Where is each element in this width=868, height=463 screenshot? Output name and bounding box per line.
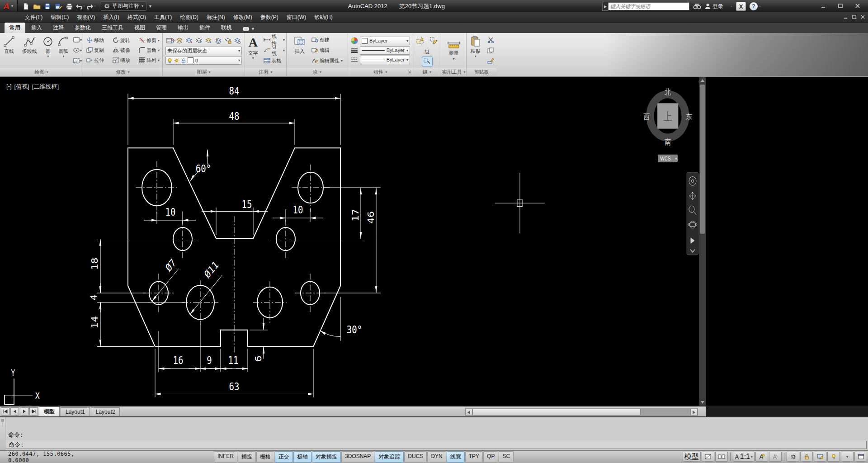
ribbon-tab-online[interactable]: 联机 xyxy=(216,23,237,33)
annotation-visibility-button[interactable] xyxy=(755,452,768,462)
panel-utilities-label[interactable]: 实用工具▾ xyxy=(441,68,466,76)
ribbon-tab-output[interactable]: 输出 xyxy=(173,23,193,33)
menu-format[interactable]: 格式(O) xyxy=(123,12,150,23)
toggle-snap[interactable]: 捕捉 xyxy=(238,451,256,463)
array-button[interactable]: 阵列▾ xyxy=(137,55,166,65)
drawing-canvas[interactable]: [-] [俯视] [二维线框] xyxy=(0,77,868,406)
close-button[interactable] xyxy=(851,1,864,10)
toggle-ortho[interactable]: 正交 xyxy=(275,451,293,463)
scroll-right-arrow[interactable] xyxy=(690,409,698,416)
viewcube-south-label[interactable]: 南 xyxy=(665,138,671,147)
menu-parametric[interactable]: 参数(P) xyxy=(256,12,283,23)
ribbon-tab-parametric[interactable]: 参数化 xyxy=(70,23,96,33)
layer-properties-button[interactable] xyxy=(165,36,174,46)
performance-tuner-button[interactable] xyxy=(827,452,840,462)
toolbar-lock-button[interactable] xyxy=(800,452,813,462)
scale-button[interactable]: 缩放 xyxy=(111,55,137,65)
doc-restore-button[interactable] xyxy=(852,13,857,21)
search-history-button[interactable]: ▶ xyxy=(602,2,608,11)
tab-layout2[interactable]: Layout2 xyxy=(91,407,120,416)
menu-insert[interactable]: 插入(I) xyxy=(99,12,123,23)
prev-tab-button[interactable] xyxy=(10,407,19,416)
layer-isolate-button[interactable] xyxy=(185,36,193,46)
trim-button[interactable]: 修剪▾ xyxy=(137,35,166,45)
quick-view-drawings-button[interactable] xyxy=(715,452,728,462)
viewcube-west-label[interactable]: 西 xyxy=(643,112,650,121)
measure-label[interactable]: 测量 xyxy=(449,50,459,57)
model-space-button[interactable]: 模型 xyxy=(683,452,701,462)
ribbon-minimize-button[interactable]: ▼ xyxy=(242,27,255,33)
rotate-button[interactable]: 旋转 xyxy=(111,35,137,45)
toggle-polar[interactable]: 极轴 xyxy=(293,451,311,463)
doc-minimize-button[interactable] xyxy=(843,13,848,21)
fillet-button[interactable]: 圆角▾ xyxy=(137,45,166,55)
maximize-button[interactable] xyxy=(834,1,847,10)
ribbon-tab-plugins[interactable]: 插件 xyxy=(194,23,215,33)
stretch-button[interactable]: 拉伸 xyxy=(85,55,111,65)
wcs-label[interactable]: WCS xyxy=(660,156,670,161)
toggle-selectioncycling[interactable]: SC xyxy=(499,451,514,463)
layer-on-button[interactable] xyxy=(204,36,213,46)
menu-modify[interactable]: 修改(M) xyxy=(229,12,256,23)
arc-button[interactable]: 圆弧 ▾ xyxy=(56,34,71,66)
layer-state-dropdown[interactable]: 未保存的图层状态 ▾ xyxy=(165,47,242,55)
save-as-button[interactable] xyxy=(53,1,64,11)
group-select-toggle[interactable] xyxy=(422,57,433,66)
annotation-scale-button[interactable]: 1:1 ▾ xyxy=(733,452,755,462)
command-panel-grip[interactable]: ▤⋮ xyxy=(0,417,5,450)
tab-model[interactable]: 模型 xyxy=(39,406,60,416)
statusbar-menu-button[interactable]: ▾ xyxy=(841,452,854,462)
workspace-selector[interactable]: 草图与注释 ▾ xyxy=(101,1,146,11)
group-create-button[interactable] xyxy=(414,34,427,47)
table-button[interactable]: 表格 xyxy=(262,56,286,66)
workspace-switching-button[interactable] xyxy=(787,452,799,462)
last-tab-button[interactable] xyxy=(29,407,38,416)
command-input[interactable]: 命令: xyxy=(6,441,867,449)
panel-draw-label[interactable]: 绘图▾ xyxy=(0,68,83,76)
ribbon-tab-annotate[interactable]: 注释 xyxy=(48,23,69,33)
edit-block-button[interactable]: 编辑 xyxy=(310,45,344,55)
minimize-button[interactable] xyxy=(816,1,830,10)
toggle-ducs[interactable]: DUCS xyxy=(404,451,427,463)
rectangle-tool-button[interactable]: ▾ xyxy=(72,35,83,45)
undo-button[interactable]: ▾ xyxy=(75,1,85,11)
match-properties-button[interactable] xyxy=(485,56,496,66)
annotation-autoscale-button[interactable] xyxy=(769,452,782,462)
toggle-grid[interactable]: 栅格 xyxy=(256,451,274,463)
doc-close-button[interactable] xyxy=(860,13,865,21)
next-tab-button[interactable] xyxy=(20,407,28,416)
menu-window[interactable]: 窗口(W) xyxy=(283,12,310,23)
lineweight-dropdown[interactable]: ByLayer ▾ xyxy=(360,56,410,64)
panel-layers-label[interactable]: 图层▾ xyxy=(163,68,245,76)
help-search-input[interactable] xyxy=(608,2,689,10)
panel-annotation-label[interactable]: 注释▾ xyxy=(245,68,286,76)
edit-attr-button[interactable]: 编辑属性▾ xyxy=(310,56,344,66)
hatch-tool-button[interactable]: ▾ xyxy=(72,56,83,66)
sign-in-button[interactable]: 登录 ▾ xyxy=(705,3,732,10)
help-button[interactable]: ? ▾ xyxy=(750,2,761,10)
toggle-infer[interactable]: INFER xyxy=(214,451,237,463)
ribbon-tab-insert[interactable]: 插入 xyxy=(26,23,47,33)
layer-off-button[interactable] xyxy=(175,36,184,46)
ribbon-tab-3dtools[interactable]: 三维工具 xyxy=(97,23,128,33)
polyline-button[interactable]: 多段线 xyxy=(19,34,40,66)
vertical-scroll-thumb[interactable] xyxy=(700,85,705,234)
layer-prev-button[interactable] xyxy=(214,36,222,46)
search-button[interactable] xyxy=(693,3,701,9)
exchange-apps-button[interactable]: X xyxy=(736,2,746,11)
leader-button[interactable]: 引线▾ xyxy=(262,45,286,55)
clean-screen-button[interactable] xyxy=(854,452,867,462)
coordinates-readout[interactable]: 260.0447, 155.0665, 0.0000 xyxy=(8,451,99,463)
cut-button[interactable] xyxy=(485,35,496,45)
viewcube-top-label[interactable]: 上 xyxy=(663,110,672,123)
object-color-dropdown[interactable]: ByLayer ▾ xyxy=(360,37,410,45)
menu-edit[interactable]: 编辑(E) xyxy=(47,12,73,23)
linetype-dropdown[interactable]: ByLayer ▾ xyxy=(360,46,410,55)
toggle-transparency[interactable]: TPY xyxy=(465,451,483,463)
circle-button[interactable]: 圆 ▾ xyxy=(41,34,55,66)
toggle-otrack[interactable]: 对象追踪 xyxy=(375,451,404,463)
open-button[interactable] xyxy=(31,1,42,11)
paste-button[interactable]: 粘贴 ▾ xyxy=(467,34,484,66)
ribbon-tab-view[interactable]: 视图 xyxy=(129,23,150,33)
horizontal-scrollbar[interactable] xyxy=(465,408,698,416)
